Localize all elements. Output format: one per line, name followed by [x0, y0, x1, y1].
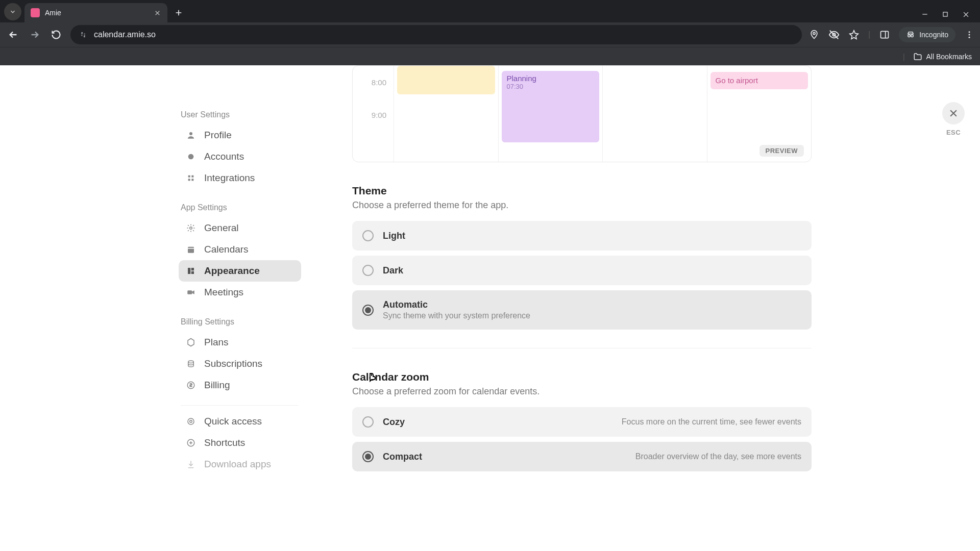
site-settings-icon[interactable] — [79, 30, 88, 39]
section-divider — [352, 348, 812, 348]
sidebar-item-plans[interactable]: Plans — [179, 332, 301, 353]
svg-point-9 — [969, 34, 970, 36]
sidebar-item-label: Plans — [204, 337, 229, 348]
command-icon — [186, 438, 196, 448]
theme-section: Theme Choose a preferred theme for the a… — [352, 185, 812, 330]
favicon-icon — [31, 8, 40, 17]
tab-title: Amie — [45, 9, 148, 17]
theme-option-light[interactable]: Light — [352, 221, 812, 251]
time-label: 8:00 — [353, 66, 386, 98]
sidebar-item-label: General — [204, 222, 239, 234]
close-button[interactable] — [942, 102, 965, 124]
incognito-label: Incognito — [919, 31, 948, 39]
svg-point-22 — [188, 418, 194, 424]
sidebar-item-download[interactable]: Download apps — [179, 454, 301, 475]
svg-rect-16 — [191, 179, 193, 181]
option-label: Light — [383, 231, 405, 241]
gear-icon — [186, 223, 196, 233]
grid-icon — [186, 173, 196, 183]
sidebar-heading-app: App Settings — [181, 203, 311, 212]
kebab-menu-icon[interactable] — [965, 30, 974, 39]
svg-rect-18 — [188, 247, 194, 253]
event-title: Go to airport — [716, 76, 758, 85]
reload-icon[interactable] — [49, 28, 63, 42]
new-tab-button[interactable] — [170, 5, 187, 21]
tab-close-icon[interactable] — [153, 9, 161, 17]
event-yellow — [397, 66, 495, 94]
sidebar-item-quick-access[interactable]: Quick access — [179, 411, 301, 432]
minimize-icon[interactable] — [921, 11, 928, 18]
event-planning: Planning 07:30 — [502, 71, 600, 142]
browser-tab[interactable]: Amie — [24, 3, 167, 22]
omnibox[interactable]: calendar.amie.so — [70, 25, 802, 44]
close-window-icon[interactable] — [962, 11, 970, 18]
window-controls — [921, 11, 980, 22]
folder-icon — [913, 52, 922, 61]
time-axis: 8:00 9:00 — [353, 66, 394, 131]
forward-icon[interactable] — [28, 28, 42, 42]
bookmarks-bar: | All Bookmarks — [0, 47, 980, 65]
sidepanel-icon[interactable] — [879, 30, 890, 40]
sidebar-item-label: Quick access — [204, 416, 262, 427]
sidebar-item-label: Meetings — [204, 287, 243, 298]
tab-search-button[interactable] — [4, 3, 21, 20]
sidebar-item-billing[interactable]: Billing — [179, 374, 301, 396]
radio-icon — [362, 230, 374, 241]
radio-icon — [362, 416, 374, 428]
svg-rect-0 — [943, 12, 947, 16]
preview-grid: Planning 07:30 Go to airport — [394, 66, 811, 162]
maximize-icon[interactable] — [942, 11, 949, 18]
svg-rect-5 — [881, 31, 889, 38]
event-title: Planning — [507, 74, 595, 83]
star-icon[interactable] — [849, 30, 859, 40]
svg-point-3 — [813, 32, 815, 34]
sidebar-item-label: Appearance — [204, 265, 260, 277]
incognito-badge[interactable]: Incognito — [899, 27, 955, 42]
radio-icon — [362, 265, 374, 276]
option-label: Cozy — [383, 417, 612, 428]
zoom-option-cozy[interactable]: Cozy Focus more on the current time, see… — [352, 407, 812, 437]
app-body: User Settings Profile Accounts Integrati… — [0, 65, 980, 551]
video-icon — [186, 287, 196, 297]
zoom-option-compact[interactable]: Compact Broader overview of the day, see… — [352, 442, 812, 471]
option-label: Compact — [383, 452, 626, 462]
sidebar-item-meetings[interactable]: Meetings — [179, 282, 301, 303]
sidebar-item-profile[interactable]: Profile — [179, 124, 301, 146]
coins-icon — [186, 359, 196, 369]
sidebar-item-integrations[interactable]: Integrations — [179, 167, 301, 189]
theme-option-automatic[interactable]: Automatic Sync theme with your system pr… — [352, 290, 812, 330]
circle-icon — [186, 152, 196, 162]
sidebar-item-label: Calendars — [204, 244, 249, 255]
svg-rect-15 — [188, 179, 190, 181]
svg-rect-19 — [187, 290, 192, 294]
sidebar-item-calendars[interactable]: Calendars — [179, 239, 301, 260]
settings-sidebar: User Settings Profile Accounts Integrati… — [0, 65, 311, 551]
location-icon[interactable] — [809, 30, 819, 40]
theme-option-dark[interactable]: Dark — [352, 256, 812, 285]
address-bar: calendar.amie.so | Incognito — [0, 22, 980, 47]
svg-point-6 — [908, 35, 911, 37]
back-icon[interactable] — [6, 28, 20, 42]
sidebar-item-appearance[interactable]: Appearance — [179, 260, 301, 282]
svg-point-2 — [84, 36, 85, 37]
svg-point-12 — [188, 154, 194, 160]
all-bookmarks-link[interactable]: All Bookmarks — [926, 53, 972, 61]
tab-bar: Amie — [0, 0, 980, 22]
sidebar-item-label: Billing — [204, 380, 230, 391]
time-label: 9:00 — [353, 98, 386, 131]
option-hint: Broader overview of the day, see more ev… — [635, 452, 801, 461]
svg-point-17 — [190, 227, 192, 230]
close-panel: ESC — [942, 102, 965, 136]
sidebar-item-shortcuts[interactable]: Shortcuts — [179, 432, 301, 454]
esc-label: ESC — [942, 129, 965, 136]
sidebar-item-label: Integrations — [204, 172, 255, 184]
calendar-preview: 07:00 8:00 9:00 Planning 07:30 — [352, 65, 812, 162]
sidebar-item-subscriptions[interactable]: Subscriptions — [179, 353, 301, 374]
tracking-icon[interactable] — [828, 29, 840, 40]
settings-main: 07:00 8:00 9:00 Planning 07:30 — [311, 65, 980, 551]
zoom-section: Calendar zoom Choose a preferred zoom fo… — [352, 371, 812, 471]
svg-point-8 — [969, 31, 970, 33]
sidebar-item-accounts[interactable]: Accounts — [179, 146, 301, 167]
radio-icon — [362, 305, 374, 316]
sidebar-item-general[interactable]: General — [179, 217, 301, 239]
